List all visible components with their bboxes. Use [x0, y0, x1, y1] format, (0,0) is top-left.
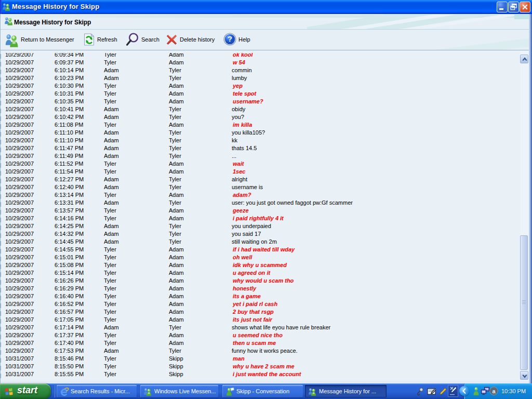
svg-text:?: ?	[228, 35, 232, 43]
svg-text:a: a	[492, 388, 496, 394]
